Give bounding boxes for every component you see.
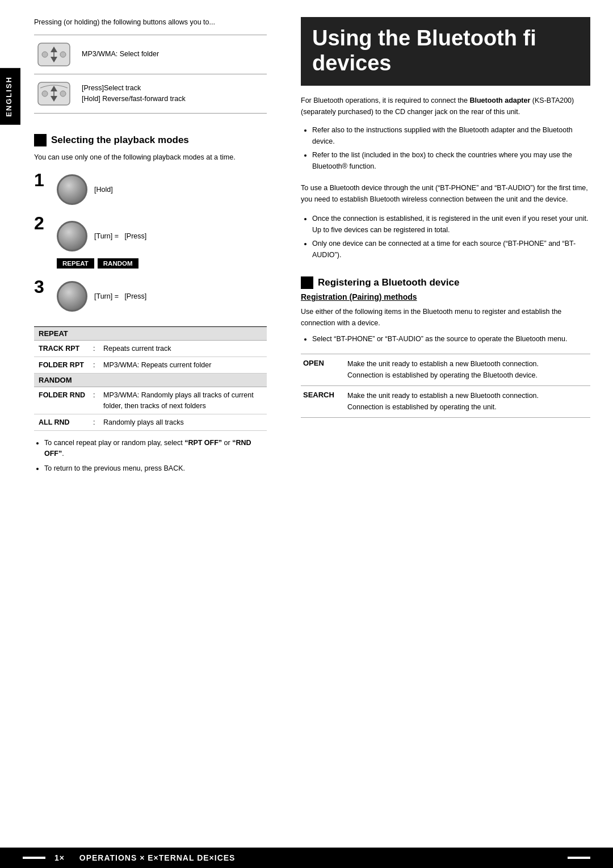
left-notes: To cancel repeat play or random play, se… [34,438,267,477]
all-rnd-sep: : [93,417,100,427]
bottom-bar-line-right [568,857,590,859]
svg-point-11 [60,91,66,97]
device-label-1: MP3/WMA: Select folder [82,49,159,60]
selecting-heading-label: Selecting the playback modes [51,135,189,146]
all-rnd-key: ALL RND [39,417,90,427]
note-1: To cancel repeat play or random play, se… [44,438,267,460]
left-column: ENGLISH Pressing (or holding) the follow… [0,0,284,868]
conn-val-open: Make the unit ready to establish a new B… [347,359,588,381]
bottom-bar-page: 1× [54,853,65,862]
right-gap-text: To use a Bluetooth device through the un… [301,182,590,205]
playback-content-3: [Turn] = [Press] [57,278,146,312]
registering-heading: Registering a Bluetooth device [301,276,590,289]
playback-item-1: 1 [Hold] [34,171,267,205]
main-title-box: Using the Bluetooth fidevices [301,17,590,86]
main-title: Using the Bluetooth fidevices [312,26,579,76]
page: ENGLISH Pressing (or holding) the follow… [0,0,613,868]
bottom-bar-line-left [23,857,45,859]
mode-table: REPEAT TRACK RPT : Repeats current track… [34,326,267,431]
device-table: MP3/WMA: Select folder [34,35,267,114]
repeat-header: REPEAT [34,327,267,341]
track-rpt-sep: : [93,343,100,354]
playback-desc-2: [Turn] = [Press] [94,231,146,242]
device-row-2: [Press]Select track[Hold] Reverse/fast-f… [34,74,267,114]
right-bullet-2b: Only one device can be connected at a ti… [312,238,590,261]
all-rnd-val: Randomly plays all tracks [103,417,262,427]
right-bullet-1b: Refer to the list (included in the box) … [312,149,590,172]
note-2: To return to the previous menu, press BA… [44,463,267,474]
right-bullets-1: Refer also to the instructions supplied … [301,124,590,174]
folder-rpt-sep: : [93,360,100,370]
track-rpt-key: TRACK RPT [39,343,90,354]
reg-body: Use either of the following items in the… [301,306,590,329]
knob-1 [57,174,87,205]
conn-key-open: OPEN [303,359,339,367]
svg-point-4 [42,52,48,57]
random-header: RANDOM [34,374,267,387]
device-label-2: [Press]Select track[Hold] Reverse/fast-f… [82,83,186,104]
playback-number-1: 1 [34,171,51,189]
playback-item-3: 3 [Turn] = [Press] [34,278,267,312]
folder-rnd-row: FOLDER RND : MP3/WMA: Randomly plays all… [34,387,267,414]
folder-rpt-val: MP3/WMA: Repeats current folder [103,360,262,370]
all-rnd-row: ALL RND : Randomly plays all tracks [34,414,267,431]
right-intro: For Bluetooth operations, it is required… [301,95,590,118]
knob-2 [57,221,87,251]
svg-point-5 [60,52,66,57]
playback-desc-3: [Turn] = [Press] [94,291,146,302]
conn-table: OPEN Make the unit ready to establish a … [301,354,590,418]
device-icon-1 [34,40,74,69]
right-bullet-1a: Refer also to the instructions supplied … [312,124,590,147]
selecting-subtext: You can use only one of the following pl… [34,152,267,163]
conn-row-open: OPEN Make the unit ready to establish a … [301,354,590,386]
svg-point-10 [42,91,48,97]
playback-content-2: [Turn] = [Press] [57,217,146,251]
knob-3 [57,281,87,312]
playback-content-1: [Hold] [57,171,113,205]
playback-item-2: 2 [Turn] = [Press] REPEAT RANDOM [34,214,267,269]
track-rpt-row: TRACK RPT : Repeats current track [34,341,267,357]
right-bullets-2: Once the connection is established, it i… [301,213,590,263]
conn-val-search: Make the unit ready to establish a new B… [347,391,588,413]
device-icon-2 [34,79,74,108]
folder-rnd-val: MP3/WMA: Randomly plays all tracks of cu… [103,390,262,410]
track-rpt-val: Repeats current track [103,343,262,354]
reg-bullet-list: Select “BT-PHONE” or “BT-AUDIO” as the s… [301,333,590,347]
folder-rnd-sep: : [93,390,100,400]
bottom-bar: 1× OPERATIONS × E×TERNAL DE×ICES [0,848,613,868]
top-instruction: Pressing (or holding) the following butt… [34,17,267,28]
badge-random: RANDOM [98,258,138,269]
conn-key-search: SEARCH [303,391,339,399]
playback-desc-1: [Hold] [94,184,113,195]
folder-rnd-key: FOLDER RND [39,390,90,400]
reg-bullet-1: Select “BT-PHONE” or “BT-AUDIO” as the s… [312,333,590,345]
conn-row-search: SEARCH Make the unit ready to establish … [301,386,590,418]
bottom-bar-label: OPERATIONS × E×TERNAL DE×ICES [74,853,235,862]
registration-sub-heading: Registration (Pairing) methods [301,292,590,301]
registering-heading-label: Registering a Bluetooth device [318,277,459,288]
right-column: Using the Bluetooth fidevices For Blueto… [284,0,613,868]
playback-number-2: 2 [34,214,51,232]
registering-icon [301,276,313,289]
selecting-heading: Selecting the playback modes [34,134,267,146]
heading-icon [34,134,47,146]
folder-rpt-key: FOLDER RPT [39,360,90,370]
folder-rpt-row: FOLDER RPT : MP3/WMA: Repeats current fo… [34,357,267,374]
right-bullet-2a: Once the connection is established, it i… [312,213,590,236]
badge-row-2: REPEAT RANDOM [57,258,146,269]
badge-repeat: REPEAT [57,258,94,269]
device-row-1: MP3/WMA: Select folder [34,35,267,74]
english-tab: ENGLISH [0,68,20,125]
playback-number-3: 3 [34,278,51,296]
